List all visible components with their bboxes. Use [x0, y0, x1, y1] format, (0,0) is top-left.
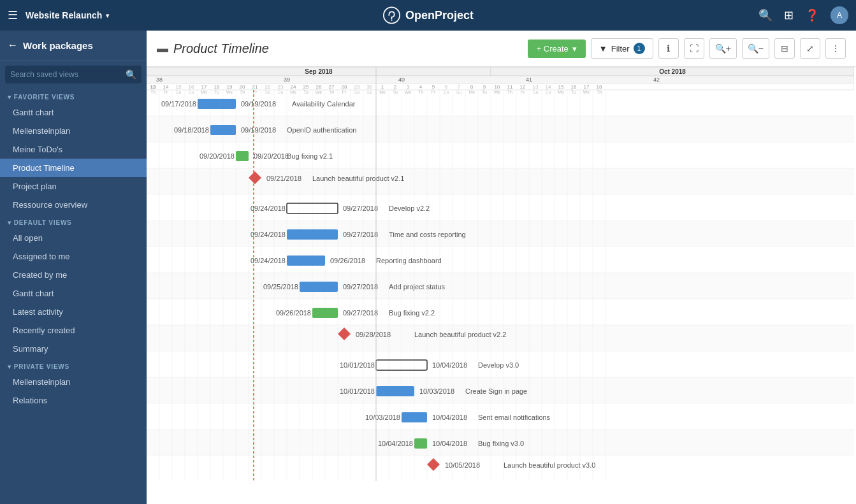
- info-icon: ℹ: [667, 43, 670, 54]
- svg-text:Th: Th: [329, 90, 334, 94]
- columns-button[interactable]: ⊟: [774, 38, 795, 59]
- expand-icon: ⛶: [690, 43, 699, 54]
- svg-rect-9: [147, 273, 854, 299]
- private-views-label: PRIVATE VIEWS: [14, 363, 69, 370]
- svg-text:28: 28: [342, 84, 347, 90]
- private-views-chevron: ▾: [8, 363, 11, 370]
- svg-text:Tu: Tu: [214, 90, 219, 94]
- sidebar-search-container: 🔍: [5, 66, 141, 83]
- default-views-chevron: ▾: [8, 219, 11, 226]
- sidebar-item-meilensteinplan[interactable]: Meilensteinplan: [0, 122, 147, 140]
- svg-text:Sa: Sa: [354, 90, 360, 94]
- svg-rect-187: [402, 412, 427, 422]
- svg-text:Mo: Mo: [290, 90, 296, 94]
- sidebar-item-assigned-to-me[interactable]: Assigned to me: [0, 247, 147, 266]
- sidebar-item-project-plan[interactable]: Project plan: [0, 177, 147, 196]
- sidebar-item-latest-activity[interactable]: Latest activity: [0, 303, 147, 321]
- filter-label: Filter: [611, 44, 630, 54]
- svg-text:Launch beautiful product v3.0: Launch beautiful product v3.0: [504, 461, 595, 469]
- sidebar-item-summary[interactable]: Summary: [0, 340, 147, 358]
- gantt-chart-container[interactable]: Sep 2018 Oct 2018 38 39 40 41 42: [147, 67, 856, 504]
- svg-text:09/19/2018: 09/19/2018: [241, 126, 276, 134]
- fullscreen-button[interactable]: ⤢: [800, 38, 820, 59]
- svg-text:Tu: Tu: [303, 90, 308, 94]
- svg-text:14: 14: [546, 84, 551, 90]
- svg-text:7: 7: [458, 84, 461, 90]
- expand-button[interactable]: ⛶: [684, 38, 704, 59]
- svg-text:Mo: Mo: [558, 90, 564, 94]
- svg-text:10/04/2018: 10/04/2018: [432, 440, 467, 447]
- sidebar-item-all-open[interactable]: All open: [0, 229, 147, 247]
- svg-text:Mo: Mo: [201, 90, 207, 94]
- default-views-items: All open Assigned to me Created by me Ga…: [0, 229, 147, 358]
- svg-text:09/27/2018: 09/27/2018: [343, 309, 378, 317]
- fullscreen-icon: ⤢: [806, 43, 814, 54]
- svg-text:Bug fixing v2.1: Bug fixing v2.1: [287, 152, 333, 160]
- svg-text:41: 41: [526, 76, 532, 83]
- svg-text:24: 24: [291, 84, 296, 90]
- svg-text:Develop v2.2: Develop v2.2: [389, 205, 430, 212]
- svg-text:5: 5: [432, 84, 435, 90]
- svg-text:Su: Su: [278, 90, 284, 94]
- sidebar-item-recently-created[interactable]: Recently created: [0, 321, 147, 340]
- svg-rect-22: [147, 76, 854, 83]
- sidebar-back-button[interactable]: ←: [8, 40, 18, 51]
- timeline-icon: ▬: [157, 42, 168, 55]
- sidebar-item-meilensteinplan-priv[interactable]: Meilensteinplan: [0, 373, 147, 391]
- default-views-section[interactable]: ▾ DEFAULT VIEWS: [0, 214, 147, 229]
- svg-text:Time and costs reporting: Time and costs reporting: [389, 231, 466, 238]
- svg-text:Tu: Tu: [393, 90, 398, 94]
- sidebar-item-product-timeline[interactable]: Product Timeline: [0, 159, 147, 177]
- grid-nav-icon[interactable]: ⊞: [784, 8, 794, 22]
- search-saved-views-input[interactable]: [10, 70, 122, 79]
- create-dropdown-arrow: ▾: [572, 44, 577, 54]
- favorite-views-section[interactable]: ▾ FAVORITE VIEWS: [0, 89, 147, 103]
- gantt-chart-svg: Sep 2018 Oct 2018 38 39 40 41 42: [147, 67, 854, 481]
- sidebar-item-gantt-chart-fav[interactable]: Gantt chart: [0, 103, 147, 122]
- project-name[interactable]: Website Relaunch ▾: [25, 10, 109, 20]
- sidebar-item-created-by-me[interactable]: Created by me: [0, 266, 147, 284]
- sidebar-item-meine-todos[interactable]: Meine ToDo's: [0, 140, 147, 159]
- filter-button[interactable]: ▼ Filter 1: [591, 38, 653, 59]
- sidebar-item-ressource-overview[interactable]: Ressource overview: [0, 196, 147, 214]
- svg-text:Availability Calendar: Availability Calendar: [292, 100, 356, 108]
- svg-text:Add project status: Add project status: [389, 283, 446, 291]
- svg-text:09/28/2018: 09/28/2018: [356, 331, 391, 338]
- svg-text:4: 4: [419, 84, 423, 90]
- svg-text:09/24/2018: 09/24/2018: [250, 257, 286, 264]
- user-avatar[interactable]: A: [831, 6, 848, 24]
- svg-text:2: 2: [394, 84, 397, 90]
- svg-text:Su: Su: [546, 90, 551, 94]
- private-views-section[interactable]: ▾ PRIVATE VIEWS: [0, 358, 147, 373]
- info-button[interactable]: ℹ: [658, 38, 679, 59]
- more-options-button[interactable]: ⋮: [825, 38, 846, 59]
- svg-text:Sa: Sa: [533, 90, 539, 94]
- svg-text:Sa: Sa: [444, 90, 449, 94]
- svg-rect-145: [210, 125, 236, 135]
- svg-text:Sep 2018: Sep 2018: [305, 68, 333, 75]
- svg-text:Bug fixing v3.0: Bug fixing v3.0: [478, 440, 524, 447]
- zoom-in-button[interactable]: 🔍+: [709, 38, 737, 59]
- svg-text:Sa: Sa: [265, 90, 271, 94]
- svg-text:8: 8: [470, 84, 474, 90]
- search-saved-views-icon[interactable]: 🔍: [126, 69, 136, 80]
- help-nav-icon[interactable]: ❓: [805, 8, 819, 22]
- svg-rect-16: [147, 456, 854, 481]
- svg-text:20: 20: [240, 84, 245, 90]
- svg-text:Reporting dashboard: Reporting dashboard: [376, 257, 442, 264]
- search-nav-icon[interactable]: 🔍: [758, 8, 773, 22]
- sidebar-item-gantt-chart-def[interactable]: Gantt chart: [0, 284, 147, 303]
- svg-rect-4: [147, 142, 854, 168]
- svg-text:09/27/2018: 09/27/2018: [343, 231, 378, 238]
- svg-rect-168: [300, 282, 338, 292]
- hamburger-menu[interactable]: ☰: [8, 8, 18, 22]
- svg-text:18: 18: [214, 84, 220, 90]
- svg-rect-172: [312, 308, 338, 318]
- svg-text:09/26/2018: 09/26/2018: [276, 309, 311, 317]
- svg-text:12: 12: [520, 84, 526, 90]
- zoom-out-button[interactable]: 🔍−: [742, 38, 769, 59]
- create-button[interactable]: + Create ▾: [528, 40, 586, 58]
- svg-rect-164: [287, 256, 325, 266]
- sidebar-item-relations[interactable]: Relations: [0, 391, 147, 410]
- svg-text:09/27/2018: 09/27/2018: [343, 283, 378, 291]
